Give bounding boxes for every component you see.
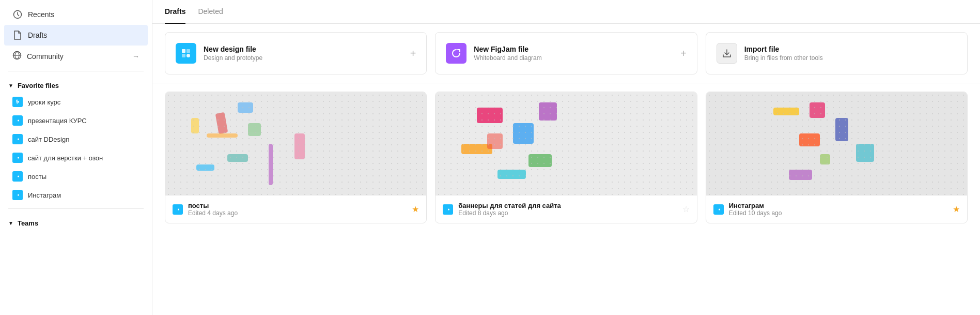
new-figjam-plus-icon: + — [680, 48, 687, 59]
file-meta-2: Edited 10 days ago — [729, 209, 947, 217]
file-icon-1 — [443, 204, 453, 215]
sidebar-file-label-0: уроки курс — [28, 98, 60, 106]
svg-point-5 — [186, 54, 190, 57]
file-name-1: баннеры для статей для сайта — [458, 202, 677, 209]
figma-icon-5 — [12, 190, 23, 200]
divider-2 — [8, 208, 144, 209]
svg-rect-3 — [186, 49, 190, 53]
teams-header: ▼ Teams — [0, 213, 152, 230]
favorite-files-header: ▼ Favorite files — [0, 76, 152, 93]
file-meta-1: Edited 8 days ago — [458, 209, 677, 217]
tab-drafts[interactable]: Drafts — [165, 0, 185, 24]
sidebar-file-label-1: презентация КУРС — [28, 117, 87, 125]
community-arrow: → — [132, 52, 139, 61]
figma-icon-2 — [12, 134, 23, 144]
globe-icon — [12, 51, 22, 62]
sidebar-file-label-3: сайт для верстки + озон — [28, 154, 103, 162]
file-grid: посты Edited 4 days ago ★ — [152, 83, 980, 223]
sidebar-recents-label: Recents — [28, 10, 54, 19]
file-card-0[interactable]: посты Edited 4 days ago ★ — [165, 92, 427, 223]
new-design-card[interactable]: New design file Design and prototype + — [165, 32, 427, 74]
file-info-0: посты Edited 4 days ago ★ — [165, 196, 426, 223]
sidebar-item-file-1[interactable]: презентация КУРС — [4, 111, 148, 130]
file-info-2: Инстаграм Edited 10 days ago ★ — [706, 196, 967, 223]
file-thumbnail-2 — [706, 92, 967, 196]
clock-icon — [12, 9, 23, 20]
new-design-plus-icon: + — [410, 48, 416, 59]
sidebar-file-label-5: Инстаграм — [28, 191, 61, 199]
import-icon — [717, 43, 737, 64]
sidebar-item-file-0[interactable]: уроки курс — [4, 93, 148, 111]
star-icon-2[interactable]: ★ — [953, 204, 960, 214]
sidebar-item-recents[interactable]: Recents — [4, 4, 148, 25]
tab-deleted[interactable]: Deleted — [198, 0, 223, 24]
new-figjam-icon — [446, 43, 466, 64]
new-design-subtitle: Design and prototype — [204, 54, 262, 62]
file-name-0: посты — [188, 202, 407, 209]
import-subtitle: Bring in files from other tools — [744, 54, 823, 62]
sidebar: Recents Drafts — [0, 0, 152, 315]
star-icon-0[interactable]: ★ — [412, 204, 419, 214]
file-card-2[interactable]: Инстаграм Edited 10 days ago ★ — [706, 92, 968, 223]
import-card[interactable]: Import file Bring in files from other to… — [706, 32, 968, 74]
figma-icon-1 — [12, 115, 23, 126]
svg-rect-4 — [182, 54, 185, 57]
favorite-files-label: Favorite files — [18, 82, 59, 89]
new-design-icon — [176, 43, 196, 64]
sidebar-item-file-3[interactable]: сайт для верстки + озон — [4, 148, 148, 167]
new-figjam-card[interactable]: New FigJam file Whiteboard and diagram + — [435, 32, 697, 74]
new-figjam-title: New FigJam file — [474, 45, 541, 53]
file-thumbnail-1 — [435, 92, 696, 196]
file-icon-0 — [173, 204, 183, 215]
file-card-1[interactable]: баннеры для статей для сайта Edited 8 da… — [435, 92, 697, 223]
star-icon-1[interactable]: ☆ — [682, 204, 690, 214]
favorite-files-list: уроки курс презентация КУРС сайт DDesign… — [0, 93, 152, 204]
teams-label: Teams — [18, 219, 38, 227]
sidebar-item-file-5[interactable]: Инстаграм — [4, 186, 148, 204]
new-design-title: New design file — [204, 45, 262, 53]
content-area: New design file Design and prototype + N… — [152, 24, 980, 315]
file-icon-2 — [713, 204, 724, 215]
sidebar-item-file-4[interactable]: посты — [4, 167, 148, 186]
sidebar-file-label-2: сайт DDesign — [28, 136, 69, 143]
sidebar-item-file-2[interactable]: сайт DDesign — [4, 130, 148, 148]
import-title: Import file — [744, 45, 823, 53]
tabs-bar: Drafts Deleted — [152, 0, 980, 24]
sidebar-drafts-label: Drafts — [28, 31, 47, 39]
figma-icon-3 — [12, 153, 23, 163]
figma-icon-4 — [12, 171, 23, 182]
file-meta-0: Edited 4 days ago — [188, 209, 407, 217]
file-info-1: баннеры для статей для сайта Edited 8 da… — [435, 196, 696, 223]
new-figjam-subtitle: Whiteboard and diagram — [474, 54, 541, 62]
svg-rect-2 — [182, 49, 185, 53]
favorite-toggle-icon: ▼ — [8, 83, 13, 88]
sidebar-file-label-4: посты — [28, 173, 46, 181]
sidebar-item-community[interactable]: Community → — [4, 46, 148, 67]
community-label: Community — [27, 52, 64, 61]
file-icon — [12, 30, 23, 40]
teams-toggle-icon: ▼ — [8, 220, 13, 226]
file-name-2: Инстаграм — [729, 202, 947, 209]
new-file-cards-row: New design file Design and prototype + N… — [152, 24, 980, 83]
file-thumbnail-0 — [165, 92, 426, 196]
divider-1 — [8, 71, 144, 71]
sidebar-item-drafts[interactable]: Drafts — [4, 25, 148, 46]
main-content: Drafts Deleted New design file Design an… — [152, 0, 980, 315]
figma-icon-0 — [12, 97, 23, 107]
